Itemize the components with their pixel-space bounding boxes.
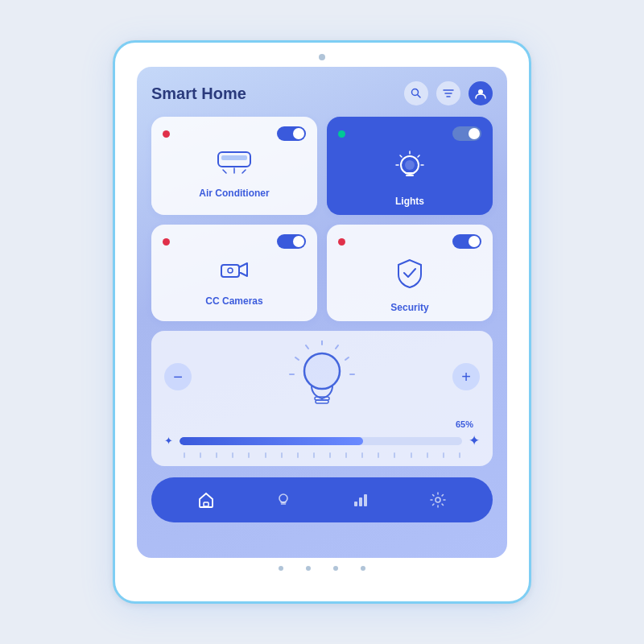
bottom-dot <box>306 566 311 571</box>
air-conditioner-card[interactable]: Air Conditioner <box>151 117 317 215</box>
slider-max-icon: ✦ <box>469 432 480 449</box>
home-icon <box>198 492 214 508</box>
bottom-dot <box>279 566 283 571</box>
tick <box>345 452 347 458</box>
tick <box>394 452 395 458</box>
header-icons <box>404 81 493 105</box>
ac-label: Air Conditioner <box>163 188 306 199</box>
status-dot-green <box>338 130 345 138</box>
toggle-knob-lights <box>469 128 480 139</box>
gear-icon <box>430 492 446 508</box>
tick <box>427 452 428 458</box>
brightness-increase-button[interactable]: + <box>452 363 480 390</box>
security-label: Security <box>338 302 481 313</box>
svg-line-16 <box>400 155 402 157</box>
bottom-navigation <box>151 477 493 522</box>
bulb-nav-icon <box>275 492 291 508</box>
tick <box>361 452 363 458</box>
brightness-slider-section: 65% ✦ ✦ <box>164 419 480 458</box>
tablet-screen: Smart Home <box>137 67 507 558</box>
svg-line-14 <box>418 155 419 157</box>
tick <box>184 452 185 458</box>
lights-card[interactable]: Lights <box>327 117 493 215</box>
chart-icon <box>353 492 369 508</box>
tick <box>459 452 460 458</box>
bulb-large-icon <box>286 341 358 413</box>
nav-home[interactable] <box>192 485 221 514</box>
svg-point-5 <box>478 89 483 94</box>
shield-svg <box>395 258 424 289</box>
cc-cameras-card[interactable]: CC Cameras <box>151 225 317 321</box>
cards-grid: Air Conditioner <box>151 117 493 321</box>
bottom-dot <box>333 566 338 571</box>
lights-label: Lights <box>338 196 481 207</box>
status-dot-red-cam <box>163 238 170 246</box>
lights-icon <box>338 151 481 189</box>
tick <box>297 452 299 458</box>
svg-rect-30 <box>316 400 328 403</box>
toggle-knob-cameras <box>293 236 304 247</box>
camera-icon <box>163 258 306 289</box>
nav-analytics[interactable] <box>346 485 375 514</box>
slider-min-icon: ✦ <box>164 435 173 447</box>
svg-point-32 <box>279 494 287 502</box>
svg-rect-33 <box>354 502 357 506</box>
card-top-security <box>338 234 481 249</box>
svg-point-36 <box>436 497 440 502</box>
light-main-row: − <box>164 341 480 413</box>
card-top-lights <box>338 126 481 141</box>
tablet-bottom-dots <box>279 566 365 571</box>
status-dot-red-sec <box>338 238 345 246</box>
header: Smart Home <box>151 81 493 105</box>
search-button[interactable] <box>404 81 428 105</box>
tablet-camera <box>319 54 325 60</box>
svg-point-12 <box>405 160 415 170</box>
brightness-decrease-button[interactable]: − <box>164 363 192 390</box>
toggle-knob <box>293 128 304 139</box>
svg-rect-34 <box>359 497 362 506</box>
light-control-panel: − <box>151 331 493 466</box>
slider-row: ✦ ✦ <box>164 432 480 449</box>
svg-line-8 <box>223 170 226 173</box>
slider-fill <box>180 437 363 445</box>
tick <box>443 452 444 458</box>
card-top-cameras <box>163 234 306 249</box>
svg-line-24 <box>306 345 308 349</box>
lights-toggle[interactable] <box>452 126 481 141</box>
tick <box>216 452 217 458</box>
card-top <box>163 126 306 141</box>
svg-line-22 <box>336 345 338 349</box>
cameras-label: CC Cameras <box>163 295 306 307</box>
svg-rect-31 <box>204 502 208 506</box>
tick <box>329 452 331 458</box>
tick <box>232 452 233 458</box>
svg-marker-19 <box>239 263 247 276</box>
bulb-svg <box>394 151 426 183</box>
cameras-toggle[interactable] <box>277 234 306 249</box>
svg-point-20 <box>228 268 233 273</box>
svg-line-25 <box>295 357 299 360</box>
bottom-dot <box>361 566 365 571</box>
brightness-slider[interactable] <box>180 437 462 445</box>
svg-line-1 <box>418 95 421 98</box>
camera-svg <box>217 258 252 283</box>
nav-settings[interactable] <box>423 485 452 514</box>
ac-icon <box>163 151 306 181</box>
ac-toggle[interactable] <box>277 126 306 141</box>
svg-line-23 <box>345 357 349 360</box>
user-icon <box>475 88 486 99</box>
security-toggle[interactable] <box>452 234 481 249</box>
nav-lights[interactable] <box>269 485 298 514</box>
security-card[interactable]: Security <box>327 225 493 321</box>
status-dot-red <box>163 130 170 138</box>
filter-icon <box>443 88 454 99</box>
svg-rect-18 <box>221 265 239 277</box>
tick <box>200 452 201 458</box>
user-button[interactable] <box>469 81 493 105</box>
brightness-percent: 65% <box>456 419 473 429</box>
tick <box>378 452 379 458</box>
filter-button[interactable] <box>436 81 460 105</box>
bulb-large-svg <box>286 341 358 413</box>
svg-line-10 <box>242 170 246 173</box>
tick <box>265 452 266 458</box>
